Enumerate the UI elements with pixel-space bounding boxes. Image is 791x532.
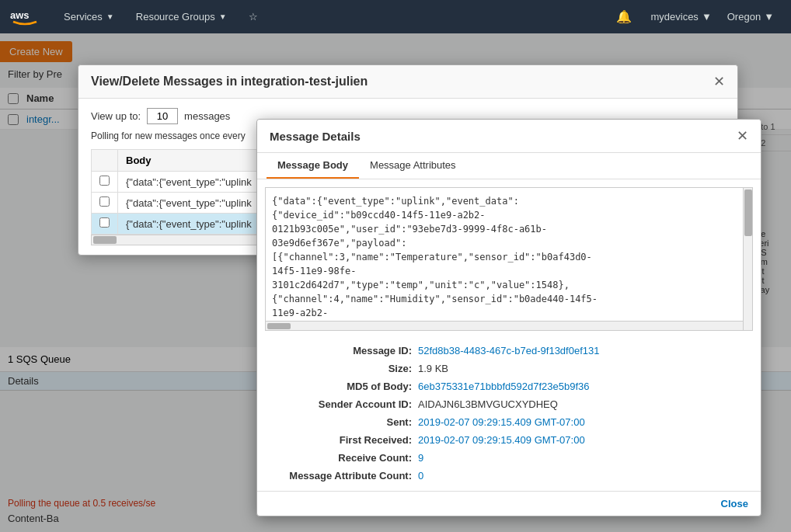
account-chevron-icon: ▼ — [702, 11, 712, 23]
main-area: Create New Filter by Pre Name integr... … — [0, 33, 791, 532]
modal-1-close-button[interactable]: ✕ — [713, 75, 725, 89]
message-body-content-area[interactable]: {"data":{"event_type":"uplink","event_da… — [265, 187, 753, 331]
tab-message-body[interactable]: Message Body — [267, 153, 359, 179]
sent-value: 2019-02-07 09:29:15.409 GMT-07:00 — [418, 416, 751, 428]
msg-attr-count-row: Message Attribute Count: 0 — [267, 467, 751, 485]
resource-groups-chevron-icon: ▼ — [219, 12, 227, 21]
message-body-text: {"data":{"event_type":"uplink","event_da… — [266, 188, 752, 326]
sender-value: AIDAJN6L3BMVGUCXYDHEQ — [418, 398, 751, 410]
msg-id-row: Message ID: 52fd8b38-4483-467c-b7ed-9f13… — [267, 342, 751, 360]
tab-bar: Message Body Message Attributes — [257, 153, 761, 179]
modal-2-header: Message Details ✕ — [257, 120, 761, 153]
star-icon: ☆ — [249, 11, 258, 23]
h-scroll-thumb-2 — [267, 323, 291, 329]
svg-text:aws: aws — [10, 9, 30, 21]
top-nav: aws Services ▼ Resource Groups ▼ ☆ 🔔 myd… — [0, 0, 791, 33]
msg-1-checkbox[interactable] — [99, 176, 110, 186]
close-button[interactable]: Close — [721, 498, 748, 509]
modal-message-details: Message Details ✕ Message Body Message A… — [256, 119, 761, 516]
receive-count-row: Receive Count: 9 — [267, 449, 751, 467]
md5-label: MD5 of Body: — [267, 381, 418, 392]
msg-2-checkbox[interactable] — [99, 196, 110, 207]
details-section: Message ID: 52fd8b38-4483-467c-b7ed-9f13… — [257, 339, 761, 491]
view-up-to-input[interactable]: 10 — [147, 108, 178, 124]
services-chevron-icon: ▼ — [106, 12, 114, 21]
modal-1-header: View/Delete Messages in integration-test… — [78, 65, 737, 99]
md5-row: MD5 of Body: 6eb375331e71bbbfd592d7f23e5… — [267, 377, 751, 395]
sent-row: Sent: 2019-02-07 09:29:15.409 GMT-07:00 — [267, 413, 751, 431]
first-received-label: First Received: — [267, 434, 418, 446]
sender-label: Sender Account ID: — [267, 398, 418, 410]
modal-2-close-button[interactable]: ✕ — [737, 129, 748, 143]
sent-label: Sent: — [267, 416, 418, 428]
msg-3-checkbox[interactable] — [99, 217, 110, 228]
msg-id-label: Message ID: — [267, 345, 418, 356]
sender-row: Sender Account ID: AIDAJN6L3BMVGUCXYDHEQ — [267, 395, 751, 413]
receive-count-value: 9 — [418, 452, 751, 464]
bell-icon: 🔔 — [616, 10, 632, 23]
region-chevron-icon: ▼ — [764, 11, 774, 23]
size-row: Size: 1.9 KB — [267, 360, 751, 377]
nav-bell[interactable]: 🔔 — [605, 9, 643, 24]
msg-id-value: 52fd8b38-4483-467c-b7ed-9f13df0ef131 — [418, 345, 751, 356]
size-value: 1.9 KB — [418, 363, 751, 374]
receive-count-label: Receive Count: — [267, 452, 418, 464]
modal-1-title: View/Delete Messages in integration-test… — [91, 75, 368, 89]
first-received-value: 2019-02-07 09:29:15.409 GMT-07:00 — [418, 434, 751, 446]
aws-logo[interactable]: aws — [9, 8, 40, 26]
md5-value: 6eb375331e71bbbfd592d7f23e5b9f36 — [418, 381, 751, 392]
v-scrollbar[interactable] — [743, 188, 752, 330]
v-scroll-thumb — [744, 190, 752, 236]
modal-2-title: Message Details — [270, 130, 361, 143]
nav-services[interactable]: Services ▼ — [53, 0, 125, 33]
nav-resource-groups[interactable]: Resource Groups ▼ — [125, 0, 238, 33]
modal-2-footer: Close — [257, 491, 761, 516]
nav-star[interactable]: ☆ — [238, 0, 269, 33]
h-scrollbar-2[interactable] — [266, 321, 743, 330]
msg-attr-count-label: Message Attribute Count: — [267, 470, 418, 482]
msg-attr-count-value: 0 — [418, 470, 751, 482]
nav-region[interactable]: Oregon ▼ — [720, 11, 782, 23]
h-scroll-thumb — [93, 236, 117, 244]
size-label: Size: — [267, 363, 418, 374]
tab-message-attributes[interactable]: Message Attributes — [359, 153, 467, 179]
nav-account[interactable]: mydevices ▼ — [643, 11, 719, 23]
first-received-row: First Received: 2019-02-07 09:29:15.409 … — [267, 431, 751, 449]
